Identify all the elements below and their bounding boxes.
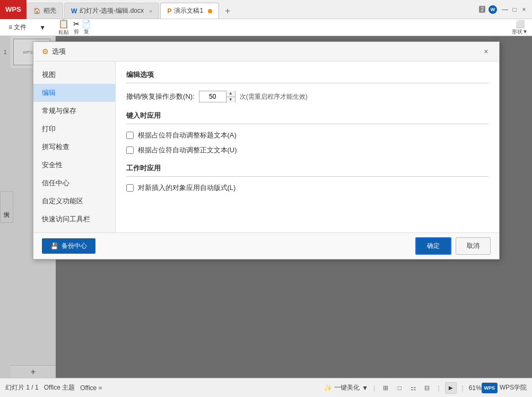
cancel-button[interactable]: 取消 — [456, 237, 491, 255]
wps-logo: WPS — [0, 0, 27, 19]
sidebar-item-edit[interactable]: 编辑 — [33, 84, 115, 102]
titlebar-controls: 2 W — □ × — [475, 5, 532, 14]
options-content: 编辑选项 撤销/恢复操作步数(N): ▲ ▼ 次(需重启程序才能生效) — [116, 62, 499, 232]
tabs-area: 🏠 稻壳 W 幻灯片-选项-编辑.docx × P 演示文稿1 + — [27, 0, 475, 19]
dialog-title-icon: ⚙ — [42, 47, 49, 56]
wps-academy-button[interactable]: WPS WPS学院 — [482, 383, 527, 393]
tab-count-badge: 2 — [479, 6, 485, 13]
sidebar-item-trust[interactable]: 信任中心 — [33, 174, 115, 192]
view-btn-3[interactable]: ⚏ — [408, 383, 418, 393]
backup-center-label: 备份中心 — [62, 241, 87, 251]
ok-button[interactable]: 确定 — [415, 237, 451, 255]
office-eq: Office = — [80, 384, 102, 392]
checkbox-title-auto[interactable] — [126, 132, 134, 139]
dialog-overlay: ⚙ 选项 × 视图 编辑 常规与保存 打印 拼写检查 安全性 信任中心 自定义功… — [0, 36, 532, 378]
spin-up-button[interactable]: ▲ — [226, 91, 235, 97]
tab-daoke[interactable]: 🏠 稻壳 — [27, 3, 63, 19]
spin-down-button[interactable]: ▼ — [226, 97, 235, 103]
view-btn-1[interactable]: ⊞ — [380, 383, 391, 393]
spin-buttons: ▲ ▼ — [226, 91, 235, 102]
undo-input-group: ▲ ▼ — [199, 91, 236, 102]
tab-present[interactable]: P 演示文稿1 — [160, 3, 219, 19]
wps-academy-logo: WPS — [482, 383, 498, 393]
wps-academy-label: WPS学院 — [500, 383, 527, 392]
beautify-button[interactable]: ✨ 一键美化 ▼ — [324, 383, 368, 392]
beautify-icon: ✨ — [324, 384, 332, 392]
checkbox-autoformat-row: 对新插入的对象应用自动版式(L) — [126, 183, 489, 193]
dialog-close-button[interactable]: × — [482, 46, 490, 57]
copy-button[interactable]: 📄 复 — [82, 20, 91, 36]
maximize-button[interactable]: □ — [511, 6, 518, 13]
sidebar-item-security[interactable]: 安全性 — [33, 156, 115, 174]
dialog-title-text: 选项 — [52, 47, 66, 56]
ribbon-dropdown[interactable]: ▼ — [35, 22, 50, 33]
sidebar-item-print[interactable]: 打印 — [33, 120, 115, 138]
file-menu-button[interactable]: ≡ 文件 — [4, 21, 31, 33]
tab-daoke-icon: 🏠 — [33, 7, 41, 15]
paste-button[interactable]: 📋 粘贴 — [58, 19, 69, 36]
undo-suffix: 次(需重启程序才能生效) — [240, 92, 308, 101]
checkbox-body-auto[interactable] — [126, 146, 134, 154]
wps-cloud-icon[interactable]: W — [489, 5, 497, 14]
shape-button[interactable]: ⬜ 形状▼ — [512, 20, 528, 36]
dialog-titlebar: ⚙ 选项 × — [33, 42, 499, 62]
tab-present-icon: P — [167, 7, 171, 15]
main-section-header: 编辑选项 — [126, 70, 489, 83]
sidebar-item-view[interactable]: 视图 — [33, 66, 115, 84]
new-tab-button[interactable]: + — [220, 4, 235, 19]
undo-steps-row: 撤销/恢复操作步数(N): ▲ ▼ 次(需重启程序才能生效) — [126, 91, 489, 102]
sidebar-item-customize[interactable]: 自定义功能区 — [33, 192, 115, 210]
view-btn-2[interactable]: □ — [394, 383, 405, 393]
work-apply-header: 工作时应用 — [126, 163, 489, 177]
backup-center-icon: 💾 — [50, 243, 58, 250]
checkbox-body-auto-row: 根据占位符自动调整正文文本(U) — [126, 145, 489, 155]
tab-present-label: 演示文稿1 — [174, 6, 203, 15]
dialog-title-content: ⚙ 选项 — [42, 47, 66, 56]
titlebar: WPS 🏠 稻壳 W 幻灯片-选项-编辑.docx × P 演示文稿1 + 2 … — [0, 0, 532, 19]
options-sidebar: 视图 编辑 常规与保存 打印 拼写检查 安全性 信任中心 自定义功能区 快速访问… — [33, 62, 116, 232]
tab-daoke-label: 稻壳 — [43, 6, 56, 15]
slide-info: 幻灯片 1 / 1 — [5, 383, 39, 392]
tab-doc-wps-icon: W — [71, 7, 77, 15]
tab-doc[interactable]: W 幻灯片-选项-编辑.docx × — [64, 3, 159, 19]
beautify-label: 一键美化 — [334, 383, 360, 392]
type-apply-header: 键入时应用 — [126, 111, 489, 124]
dialog-footer: 💾 备份中心 确定 取消 — [33, 232, 499, 259]
main-area: 大纲 1 WPS演示 + ⚙ 选项 × — [0, 36, 532, 378]
backup-center-button[interactable]: 💾 备份中心 — [42, 238, 95, 254]
cut-button[interactable]: ✂ 剪 — [73, 20, 80, 36]
zoom-level: 61% — [469, 384, 482, 392]
close-button[interactable]: × — [520, 6, 528, 13]
theme-label: Office 主题 — [44, 383, 75, 392]
checkbox-title-auto-row: 根据占位符自动调整标题文本(A) — [126, 131, 489, 140]
undo-number-input[interactable] — [199, 91, 226, 102]
play-button[interactable]: ▶ — [445, 382, 457, 394]
options-dialog: ⚙ 选项 × 视图 编辑 常规与保存 打印 拼写检查 安全性 信任中心 自定义功… — [33, 41, 500, 260]
minimize-button[interactable]: — — [501, 6, 509, 13]
statusbar: 幻灯片 1 / 1 Office 主题 Office = ✨ 一键美化 ▼ | … — [0, 378, 532, 397]
sidebar-item-spell[interactable]: 拼写检查 — [33, 138, 115, 156]
tab-doc-label: 幻灯片-选项-编辑.docx — [80, 6, 144, 15]
sidebar-item-quickaccess[interactable]: 快速访问工具栏 — [33, 210, 115, 228]
checkbox-title-auto-label: 根据占位符自动调整标题文本(A) — [138, 131, 237, 140]
statusbar-center: ✨ 一键美化 ▼ | ⊞ □ ⚏ ⊟ | ▶ | 61% — [324, 382, 481, 394]
sidebar-item-general[interactable]: 常规与保存 — [33, 102, 115, 120]
checkbox-body-auto-label: 根据占位符自动调整正文文本(U) — [138, 145, 237, 155]
checkbox-autoformat-label: 对新插入的对象应用自动版式(L) — [138, 183, 236, 193]
beautify-dropdown: ▼ — [362, 384, 368, 392]
ribbon-area: ≡ 文件 ▼ 📋 粘贴 ✂ 剪 📄 复 ⬜ 形状▼ — [0, 19, 532, 36]
statusbar-right: WPS WPS学院 — [482, 383, 527, 393]
tab-doc-close[interactable]: × — [149, 8, 152, 14]
dialog-body: 视图 编辑 常规与保存 打印 拼写检查 安全性 信任中心 自定义功能区 快速访问… — [33, 62, 499, 232]
footer-right-buttons: 确定 取消 — [415, 237, 491, 255]
statusbar-left: 幻灯片 1 / 1 Office 主题 Office = — [5, 383, 324, 392]
unsaved-dot — [208, 9, 212, 13]
checkbox-autoformat[interactable] — [126, 184, 134, 192]
view-btn-4[interactable]: ⊟ — [422, 383, 432, 393]
undo-label: 撤销/恢复操作步数(N): — [126, 92, 195, 101]
